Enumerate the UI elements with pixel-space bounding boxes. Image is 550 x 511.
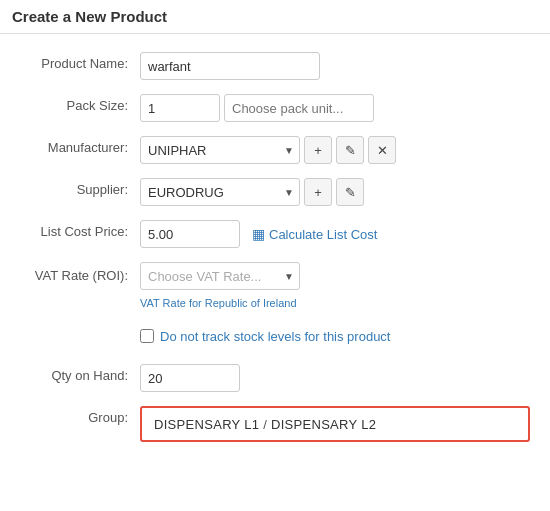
- group-value-1: DISPENSARY L1: [154, 417, 259, 432]
- pack-size-input[interactable]: [140, 94, 220, 122]
- manufacturer-add-button[interactable]: +: [304, 136, 332, 164]
- supplier-select[interactable]: EURODRUG: [140, 178, 300, 206]
- supplier-edit-button[interactable]: ✎: [336, 178, 364, 206]
- no-track-label: Do not track stock levels for this produ…: [160, 329, 390, 344]
- vat-label: VAT Rate (ROI):: [20, 262, 140, 283]
- supplier-select-wrap: EURODRUG ▼: [140, 178, 300, 206]
- calculate-icon: ▦: [252, 226, 265, 242]
- product-name-input[interactable]: [140, 52, 320, 80]
- manufacturer-select[interactable]: UNIPHAR: [140, 136, 300, 164]
- manufacturer-edit-button[interactable]: ✎: [336, 136, 364, 164]
- calculate-label: Calculate List Cost: [269, 227, 377, 242]
- qty-label: Qty on Hand:: [20, 362, 140, 383]
- qty-input[interactable]: [140, 364, 240, 392]
- vat-select[interactable]: Choose VAT Rate...: [140, 262, 300, 290]
- supplier-add-button[interactable]: +: [304, 178, 332, 206]
- group-value-2: DISPENSARY L2: [271, 417, 376, 432]
- list-cost-label: List Cost Price:: [20, 218, 140, 239]
- product-name-label: Product Name:: [20, 50, 140, 71]
- pack-unit-input[interactable]: [224, 94, 374, 122]
- group-box[interactable]: DISPENSARY L1 / DISPENSARY L2: [140, 406, 530, 442]
- group-separator: /: [263, 417, 267, 432]
- group-label: Group:: [20, 404, 140, 425]
- vat-hint: VAT Rate for Republic of Ireland: [140, 296, 530, 310]
- pack-size-label: Pack Size:: [20, 92, 140, 113]
- list-cost-input[interactable]: [140, 220, 240, 248]
- vat-select-wrap: Choose VAT Rate... ▼: [140, 262, 300, 290]
- manufacturer-remove-button[interactable]: ✕: [368, 136, 396, 164]
- calculate-list-cost-button[interactable]: ▦ Calculate List Cost: [252, 226, 377, 242]
- supplier-label: Supplier:: [20, 176, 140, 197]
- manufacturer-label: Manufacturer:: [20, 134, 140, 155]
- manufacturer-select-wrap: UNIPHAR ▼: [140, 136, 300, 164]
- no-track-checkbox[interactable]: [140, 329, 154, 343]
- page-title: Create a New Product: [0, 0, 550, 34]
